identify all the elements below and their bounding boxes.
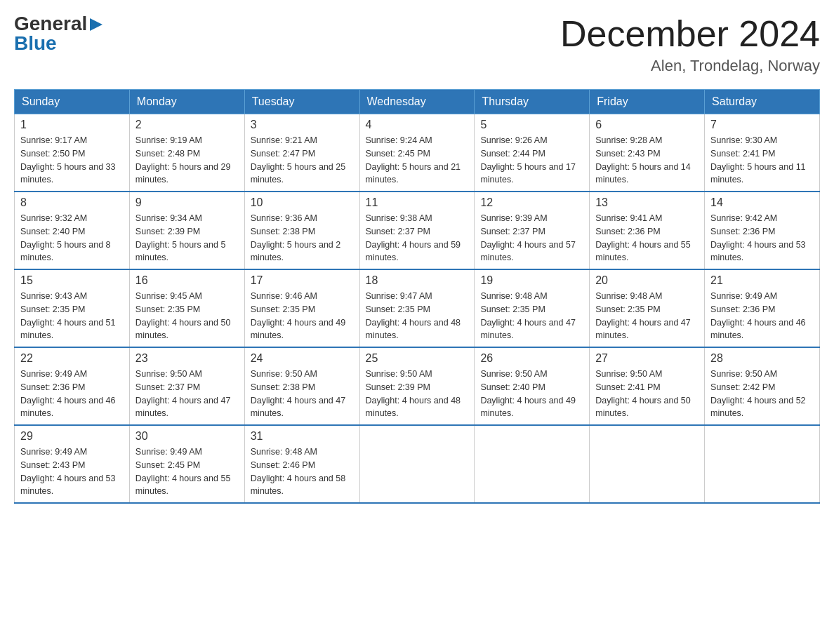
logo-blue-text: Blue <box>14 34 57 53</box>
day-cell: 12 Sunrise: 9:39 AMSunset: 2:37 PMDaylig… <box>475 192 590 269</box>
day-number: 10 <box>251 196 354 209</box>
day-number: 8 <box>20 196 124 209</box>
day-info: Sunrise: 9:50 AMSunset: 2:37 PMDaylight:… <box>135 368 239 420</box>
day-number: 22 <box>20 352 124 365</box>
day-cell: 19 Sunrise: 9:48 AMSunset: 2:35 PMDaylig… <box>475 269 590 347</box>
day-cell: 21 Sunrise: 9:49 AMSunset: 2:36 PMDaylig… <box>705 269 820 347</box>
header-thursday: Thursday <box>475 90 590 114</box>
day-info: Sunrise: 9:47 AMSunset: 2:35 PMDaylight:… <box>366 290 469 342</box>
day-cell: 5 Sunrise: 9:26 AMSunset: 2:44 PMDayligh… <box>475 114 590 192</box>
day-info: Sunrise: 9:46 AMSunset: 2:35 PMDaylight:… <box>251 290 354 342</box>
day-cell: 27 Sunrise: 9:50 AMSunset: 2:41 PMDaylig… <box>590 347 705 425</box>
day-info: Sunrise: 9:49 AMSunset: 2:36 PMDaylight:… <box>20 368 124 420</box>
day-number: 12 <box>480 196 583 209</box>
day-number: 18 <box>366 274 469 287</box>
week-row-3: 15 Sunrise: 9:43 AMSunset: 2:35 PMDaylig… <box>15 269 820 347</box>
header-tuesday: Tuesday <box>244 90 359 114</box>
header-saturday: Saturday <box>705 90 820 114</box>
day-number: 13 <box>595 196 699 209</box>
day-cell: 20 Sunrise: 9:48 AMSunset: 2:35 PMDaylig… <box>590 269 705 347</box>
day-number: 1 <box>20 119 124 131</box>
day-cell: 17 Sunrise: 9:46 AMSunset: 2:35 PMDaylig… <box>244 269 359 347</box>
day-info: Sunrise: 9:50 AMSunset: 2:39 PMDaylight:… <box>366 368 469 420</box>
day-number: 11 <box>366 196 469 209</box>
day-cell: 22 Sunrise: 9:49 AMSunset: 2:36 PMDaylig… <box>15 347 130 425</box>
day-number: 25 <box>366 352 469 365</box>
calendar-table: SundayMondayTuesdayWednesdayThursdayFrid… <box>14 89 820 504</box>
day-info: Sunrise: 9:28 AMSunset: 2:43 PMDaylight:… <box>595 134 699 187</box>
day-cell <box>475 425 590 503</box>
day-info: Sunrise: 9:50 AMSunset: 2:41 PMDaylight:… <box>595 368 699 420</box>
day-number: 7 <box>710 119 814 131</box>
month-title: December 2024 <box>560 14 820 54</box>
day-info: Sunrise: 9:49 AMSunset: 2:43 PMDaylight:… <box>20 445 124 498</box>
day-number: 20 <box>595 274 699 287</box>
day-cell: 23 Sunrise: 9:50 AMSunset: 2:37 PMDaylig… <box>129 347 244 425</box>
day-cell: 2 Sunrise: 9:19 AMSunset: 2:48 PMDayligh… <box>129 114 244 192</box>
day-info: Sunrise: 9:45 AMSunset: 2:35 PMDaylight:… <box>135 290 239 342</box>
day-number: 15 <box>20 274 124 287</box>
header-friday: Friday <box>590 90 705 114</box>
day-info: Sunrise: 9:48 AMSunset: 2:35 PMDaylight:… <box>480 290 583 342</box>
day-cell <box>359 425 475 503</box>
day-info: Sunrise: 9:48 AMSunset: 2:35 PMDaylight:… <box>595 290 699 342</box>
logo: General Blue <box>14 14 104 53</box>
day-info: Sunrise: 9:50 AMSunset: 2:40 PMDaylight:… <box>480 368 583 420</box>
day-cell: 30 Sunrise: 9:49 AMSunset: 2:45 PMDaylig… <box>129 425 244 503</box>
day-info: Sunrise: 9:43 AMSunset: 2:35 PMDaylight:… <box>20 290 124 342</box>
day-info: Sunrise: 9:38 AMSunset: 2:37 PMDaylight:… <box>366 212 469 264</box>
day-info: Sunrise: 9:26 AMSunset: 2:44 PMDaylight:… <box>480 134 583 187</box>
day-number: 3 <box>251 119 354 131</box>
week-row-4: 22 Sunrise: 9:49 AMSunset: 2:36 PMDaylig… <box>15 347 820 425</box>
day-number: 19 <box>480 274 583 287</box>
week-row-2: 8 Sunrise: 9:32 AMSunset: 2:40 PMDayligh… <box>15 192 820 269</box>
day-cell: 6 Sunrise: 9:28 AMSunset: 2:43 PMDayligh… <box>590 114 705 192</box>
header-monday: Monday <box>129 90 244 114</box>
day-number: 9 <box>135 196 239 209</box>
day-info: Sunrise: 9:42 AMSunset: 2:36 PMDaylight:… <box>710 212 814 264</box>
day-info: Sunrise: 9:19 AMSunset: 2:48 PMDaylight:… <box>135 134 239 187</box>
day-cell: 14 Sunrise: 9:42 AMSunset: 2:36 PMDaylig… <box>705 192 820 269</box>
title-section: December 2024 Alen, Trondelag, Norway <box>560 14 820 75</box>
day-number: 30 <box>135 430 239 443</box>
day-number: 21 <box>710 274 814 287</box>
day-number: 6 <box>595 119 699 131</box>
day-cell: 3 Sunrise: 9:21 AMSunset: 2:47 PMDayligh… <box>244 114 359 192</box>
day-number: 26 <box>480 352 583 365</box>
day-cell: 11 Sunrise: 9:38 AMSunset: 2:37 PMDaylig… <box>359 192 475 269</box>
day-number: 23 <box>135 352 239 365</box>
day-info: Sunrise: 9:32 AMSunset: 2:40 PMDaylight:… <box>20 212 124 264</box>
day-info: Sunrise: 9:34 AMSunset: 2:39 PMDaylight:… <box>135 212 239 264</box>
day-cell: 25 Sunrise: 9:50 AMSunset: 2:39 PMDaylig… <box>359 347 475 425</box>
day-number: 5 <box>480 119 583 131</box>
week-row-1: 1 Sunrise: 9:17 AMSunset: 2:50 PMDayligh… <box>15 114 820 192</box>
header-wednesday: Wednesday <box>359 90 475 114</box>
day-cell: 9 Sunrise: 9:34 AMSunset: 2:39 PMDayligh… <box>129 192 244 269</box>
day-cell: 29 Sunrise: 9:49 AMSunset: 2:43 PMDaylig… <box>15 425 130 503</box>
svg-marker-0 <box>90 18 102 31</box>
day-cell: 31 Sunrise: 9:48 AMSunset: 2:46 PMDaylig… <box>244 425 359 503</box>
day-cell: 15 Sunrise: 9:43 AMSunset: 2:35 PMDaylig… <box>15 269 130 347</box>
day-number: 14 <box>710 196 814 209</box>
day-info: Sunrise: 9:48 AMSunset: 2:46 PMDaylight:… <box>251 445 354 498</box>
day-info: Sunrise: 9:24 AMSunset: 2:45 PMDaylight:… <box>366 134 469 187</box>
day-cell: 10 Sunrise: 9:36 AMSunset: 2:38 PMDaylig… <box>244 192 359 269</box>
day-cell: 13 Sunrise: 9:41 AMSunset: 2:36 PMDaylig… <box>590 192 705 269</box>
day-info: Sunrise: 9:21 AMSunset: 2:47 PMDaylight:… <box>251 134 354 187</box>
day-cell: 24 Sunrise: 9:50 AMSunset: 2:38 PMDaylig… <box>244 347 359 425</box>
day-number: 2 <box>135 119 239 131</box>
day-cell: 26 Sunrise: 9:50 AMSunset: 2:40 PMDaylig… <box>475 347 590 425</box>
header-sunday: Sunday <box>15 90 130 114</box>
day-cell <box>590 425 705 503</box>
day-cell: 8 Sunrise: 9:32 AMSunset: 2:40 PMDayligh… <box>15 192 130 269</box>
day-info: Sunrise: 9:17 AMSunset: 2:50 PMDaylight:… <box>20 134 124 187</box>
day-info: Sunrise: 9:30 AMSunset: 2:41 PMDaylight:… <box>710 134 814 187</box>
day-number: 16 <box>135 274 239 287</box>
calendar-header-row: SundayMondayTuesdayWednesdayThursdayFrid… <box>15 90 820 114</box>
day-cell: 18 Sunrise: 9:47 AMSunset: 2:35 PMDaylig… <box>359 269 475 347</box>
week-row-5: 29 Sunrise: 9:49 AMSunset: 2:43 PMDaylig… <box>15 425 820 503</box>
day-cell: 4 Sunrise: 9:24 AMSunset: 2:45 PMDayligh… <box>359 114 475 192</box>
day-number: 28 <box>710 352 814 365</box>
day-cell: 1 Sunrise: 9:17 AMSunset: 2:50 PMDayligh… <box>15 114 130 192</box>
day-info: Sunrise: 9:50 AMSunset: 2:38 PMDaylight:… <box>251 368 354 420</box>
